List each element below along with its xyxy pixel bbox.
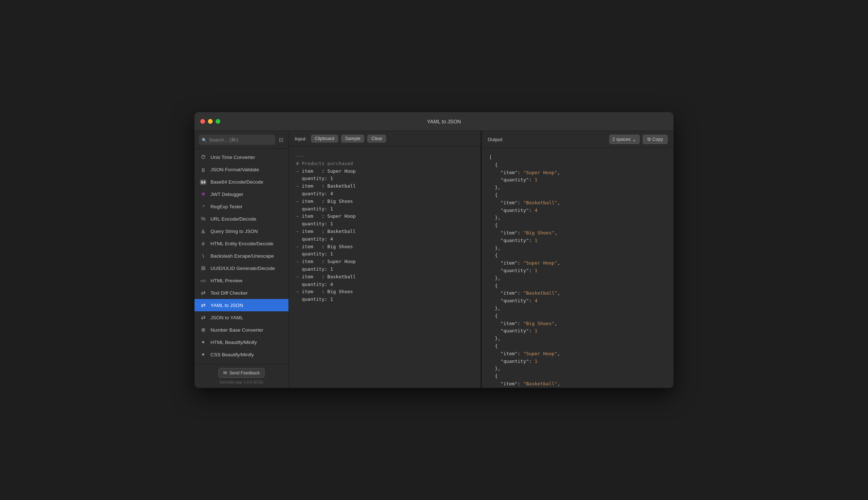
output-header-right: 2 spaces Copy <box>609 135 668 144</box>
window-title: YAML to JSON <box>220 119 668 124</box>
main-content: Unix Time Converter JSON Format/Validate… <box>195 131 673 388</box>
numbase-icon <box>200 326 207 333</box>
input-code-area[interactable]: --- # Products purchased - item : Super … <box>289 147 480 388</box>
sidebar-item-html-beautify[interactable]: HTML Beautify/Minify <box>195 336 288 348</box>
sidebar-item-label: HTML Entity Encode/Decode <box>210 241 274 246</box>
sidebar-item-label: Base64 Encode/Decode <box>210 179 263 185</box>
sidebar-item-label: CSS Beautify/Minify <box>210 352 254 357</box>
sidebar-item-label: JSON Format/Validate <box>210 167 259 172</box>
mail-icon <box>223 370 227 376</box>
qs-icon <box>200 228 207 235</box>
uuid-icon <box>200 265 207 272</box>
input-content: --- # Products purchased - item : Super … <box>296 152 473 303</box>
sidebar: Unix Time Converter JSON Format/Validate… <box>195 131 289 388</box>
diff-icon <box>200 289 207 296</box>
output-code-area[interactable]: [ { "item": "Super Hoop", "quantity": 1 … <box>482 148 673 388</box>
sidebar-item-text-diff[interactable]: Text Diff Checker <box>195 287 288 299</box>
feedback-button[interactable]: Send Feedback <box>218 368 265 378</box>
clipboard-button[interactable]: Clipboard <box>311 135 339 143</box>
html-entity-icon <box>200 240 207 247</box>
spaces-select[interactable]: 2 spaces <box>609 135 640 144</box>
sidebar-item-yaml-json[interactable]: YAML to JSON <box>195 299 288 311</box>
search-icon <box>202 136 207 143</box>
sidebar-item-numbase[interactable]: Number Base Converter <box>195 324 288 336</box>
sidebar-footer: Send Feedback DevUtils.app 1.9.0 (67D) <box>195 364 288 388</box>
feedback-label: Send Feedback <box>229 370 260 376</box>
input-panel: Input: Clipboard Sample Clear --- # Prod… <box>289 131 480 388</box>
spaces-label: 2 spaces <box>613 137 631 142</box>
sidebar-item-label: JSON to YAML <box>210 315 243 320</box>
sidebar-item-label: RegExp Tester <box>210 204 242 209</box>
json-icon <box>200 166 207 173</box>
sidebar-item-label: Backslash Escape/Unescape <box>210 253 274 259</box>
sidebar-item-label: UUID/ULID Generate/Decode <box>210 266 275 271</box>
sidebar-item-html-entity[interactable]: HTML Entity Encode/Decode <box>195 237 288 250</box>
sidebar-item-unix-time[interactable]: Unix Time Converter <box>195 151 288 163</box>
output-panel: Output: 2 spaces Copy [ { "item": <box>482 131 673 388</box>
sidebar-item-json-format[interactable]: JSON Format/Validate <box>195 163 288 176</box>
clear-button[interactable]: Clear <box>367 135 386 143</box>
input-panel-header: Input: Clipboard Sample Clear <box>289 131 480 147</box>
html-prev-icon <box>200 277 207 284</box>
json-yaml-icon <box>200 314 207 321</box>
chevron-down-icon <box>632 136 636 142</box>
traffic-lights <box>200 119 220 124</box>
sidebar-item-html-preview[interactable]: HTML Preview <box>195 274 288 287</box>
search-input-wrap[interactable] <box>199 135 275 145</box>
sidebar-item-label: JWT Debugger <box>210 192 243 197</box>
jwt-icon <box>200 190 207 198</box>
sidebar-item-label: YAML to JSON <box>210 303 243 308</box>
sample-button[interactable]: Sample <box>341 135 364 143</box>
sidebar-item-query-string[interactable]: Query String to JSON <box>195 225 288 237</box>
copy-icon <box>647 136 651 142</box>
sidebar-item-label: HTML Preview <box>210 278 242 283</box>
version-text: DevUtils.app 1.9.0 (67D) <box>220 380 263 384</box>
beautify-icon <box>200 339 207 346</box>
sidebar-item-label: HTML Beautify/Minify <box>210 340 257 345</box>
sidebar-item-base64[interactable]: Base64 Encode/Decode <box>195 176 288 188</box>
url-icon <box>200 215 207 222</box>
titlebar: YAML to JSON <box>195 112 673 131</box>
input-label: Input: <box>295 136 307 142</box>
sidebar-item-label: Query String to JSON <box>210 229 258 234</box>
output-content: [ { "item": "Super Hoop", "quantity": 1 … <box>489 154 666 388</box>
sidebar-item-regexp[interactable]: RegExp Tester <box>195 200 288 213</box>
sidebar-item-label: Text Diff Checker <box>210 290 248 296</box>
filter-icon <box>279 137 283 143</box>
sidebar-item-label: URL Encode/Decode <box>210 216 256 222</box>
yaml-icon <box>200 302 207 309</box>
b64-icon <box>200 178 207 185</box>
output-panel-header: Output: 2 spaces Copy <box>482 131 673 148</box>
minimize-button[interactable] <box>208 119 213 124</box>
sidebar-item-uuid[interactable]: UUID/ULID Generate/Decode <box>195 262 288 274</box>
sidebar-item-css-beautify[interactable]: CSS Beautify/Minify <box>195 348 288 361</box>
search-bar <box>195 131 288 149</box>
sidebar-item-url-encode[interactable]: URL Encode/Decode <box>195 213 288 225</box>
sidebar-item-backslash[interactable]: Backslash Escape/Unescape <box>195 250 288 262</box>
app-window: YAML to JSON Unix Time Converter <box>195 112 673 388</box>
filter-button[interactable] <box>278 136 284 144</box>
sidebar-item-jwt[interactable]: JWT Debugger <box>195 188 288 200</box>
sidebar-item-label: Unix Time Converter <box>210 155 255 160</box>
backslash-icon <box>200 252 207 259</box>
output-label: Output: <box>488 137 503 142</box>
sidebar-list: Unix Time Converter JSON Format/Validate… <box>195 149 288 364</box>
search-input[interactable] <box>209 137 272 143</box>
css-beautify-icon <box>200 351 207 358</box>
regexp-icon <box>200 203 207 210</box>
clock-icon <box>200 153 207 161</box>
copy-button[interactable]: Copy <box>643 135 668 144</box>
editor-area: Input: Clipboard Sample Clear --- # Prod… <box>289 131 673 388</box>
sidebar-item-json-yaml[interactable]: JSON to YAML <box>195 311 288 324</box>
maximize-button[interactable] <box>216 119 220 124</box>
copy-label: Copy <box>652 137 663 142</box>
close-button[interactable] <box>200 119 205 124</box>
sidebar-item-label: Number Base Converter <box>210 327 263 333</box>
